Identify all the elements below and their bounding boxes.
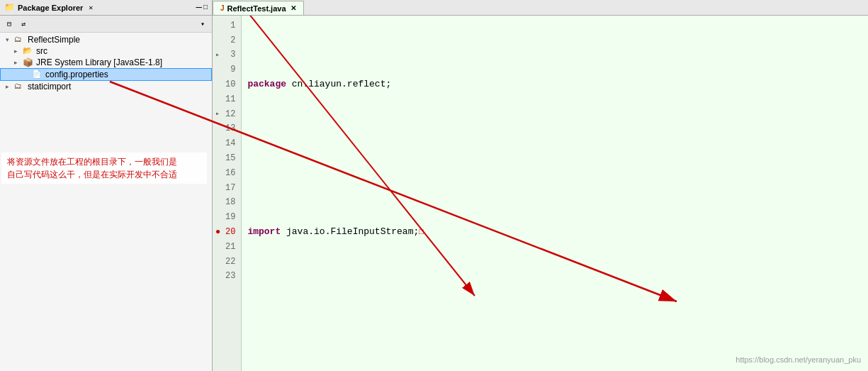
tab-label: ReflectTest.java — [227, 4, 286, 13]
empty — [247, 151, 253, 166]
main-container: 📁 Package Explorer ✕ ─ □ ⊟ ⇄ ▾ — [0, 0, 868, 371]
keyword-import: import — [247, 225, 281, 240]
package-explorer: 📁 Package Explorer ✕ ─ □ ⊟ ⇄ ▾ — [0, 0, 213, 371]
line-num-14: 14 — [215, 136, 238, 151]
jar-icon: 📦 — [23, 57, 34, 67]
tab-close-icon[interactable]: ✕ — [291, 4, 296, 12]
expand-arrow: ▸ — [14, 59, 23, 66]
line-num-2: 2 — [215, 33, 238, 48]
line-num-13: 13 — [215, 122, 238, 137]
panel-title-bar: 📁 Package Explorer ✕ ─ □ — [0, 0, 212, 16]
code-line-2 — [247, 151, 862, 166]
empty — [247, 299, 253, 314]
tree-item-label: config.properties — [45, 70, 108, 79]
tree-item-label: ReflectSimple — [28, 35, 80, 45]
line-num-17: 17 — [215, 181, 238, 196]
line-num-20: 20 — [215, 225, 238, 240]
line-num-3: 3 — [215, 48, 238, 63]
code-area: 1 2 3 9 10 11 12 13 14 15 16 17 18 19 20… — [213, 16, 868, 371]
toolbar-row: ⊟ ⇄ ▾ — [0, 16, 212, 33]
line-num-19: 19 — [215, 210, 238, 225]
code-line-3: import java.io.FileInputStream;□ — [247, 225, 862, 240]
project-icon: 🗂 — [14, 82, 26, 92]
error-marker: □ — [419, 226, 424, 239]
normal-text: cn.liayun.reflect; — [286, 77, 391, 92]
line-num-10: 10 — [215, 77, 238, 92]
normal-text: java.io.FileInputStream; — [281, 225, 419, 240]
expand-arrow: ▾ — [6, 36, 14, 43]
editor-tab-bar: J ReflectTest.java ✕ — [213, 0, 868, 16]
editor-tab-reflecttest[interactable]: J ReflectTest.java ✕ — [213, 1, 304, 15]
line-num-16: 16 — [215, 166, 238, 181]
link-editor-button[interactable]: ⇄ — [17, 18, 30, 31]
tree-content: ▾ 🗂 ReflectSimple ▸ 📂 src ▸ 📦 JRE Syste — [0, 33, 212, 371]
panel-title-text: Package Explorer — [18, 4, 83, 12]
maximize-icon[interactable]: □ — [203, 4, 208, 11]
file-icon: 📄 — [32, 70, 43, 79]
tree-item-staticimport[interactable]: ▸ 🗂 staticimport — [0, 81, 212, 92]
line-num-9: 9 — [215, 62, 238, 77]
panel-title-icons: ─ □ — [196, 2, 208, 13]
code-line-1: package cn.liayun.reflect; — [247, 77, 862, 92]
line-num-1: 1 — [215, 18, 238, 33]
project-icon: 🗂 — [14, 35, 26, 45]
tree-item-label: src — [36, 46, 47, 56]
tree-item-reflectsimple[interactable]: ▾ 🗂 ReflectSimple — [0, 34, 212, 45]
code-content[interactable]: package cn.liayun.reflect; import java.i… — [242, 16, 868, 371]
keyword-package: package — [247, 77, 286, 92]
package-explorer-icon: 📁 — [4, 2, 15, 13]
annotation-box: 将资源文件放在工程的根目录下，一般我们是 自己写代码这么干，但是在实际开发中不合… — [1, 153, 207, 184]
line-numbers: 1 2 3 9 10 11 12 13 14 15 16 17 18 19 20… — [213, 16, 242, 371]
annotation-text: 将资源文件放在工程的根目录下，一般我们是 自己写代码这么干，但是在实际开发中不合… — [7, 157, 177, 179]
minimize-icon[interactable]: ─ — [196, 2, 202, 13]
line-num-21: 21 — [215, 240, 238, 255]
code-line-9 — [247, 299, 862, 314]
package-explorer-wrapper: 📁 Package Explorer ✕ ─ □ ⊟ ⇄ ▾ — [0, 0, 213, 371]
tree-item-jre[interactable]: ▸ 📦 JRE System Library [JavaSE-1.8] — [0, 57, 212, 68]
line-num-23: 23 — [215, 270, 238, 284]
tree-item-label: JRE System Library [JavaSE-1.8] — [36, 57, 162, 67]
close-icon[interactable]: ✕ — [89, 4, 93, 12]
line-num-11: 11 — [215, 92, 238, 107]
watermark: https://blog.csdn.net/yeranyuan_pku — [735, 355, 861, 364]
folder-icon: 📂 — [23, 46, 34, 56]
java-file-icon: J — [220, 4, 225, 12]
collapse-all-button[interactable]: ⊟ — [3, 18, 16, 31]
tree-item-config[interactable]: 📄 config.properties — [0, 68, 212, 81]
expand-arrow: ▸ — [6, 83, 14, 90]
line-num-22: 22 — [215, 255, 238, 270]
view-menu-button[interactable]: ▾ — [196, 18, 209, 31]
line-num-15: 15 — [215, 151, 238, 166]
expand-arrow: ▸ — [14, 48, 23, 55]
editor-panel: J ReflectTest.java ✕ 1 2 3 9 10 11 12 13… — [213, 0, 868, 371]
line-num-12: 12 — [215, 107, 238, 122]
tree-item-label: staticimport — [28, 82, 71, 92]
line-num-18: 18 — [215, 196, 238, 211]
tree-item-src[interactable]: ▸ 📂 src — [0, 45, 212, 57]
